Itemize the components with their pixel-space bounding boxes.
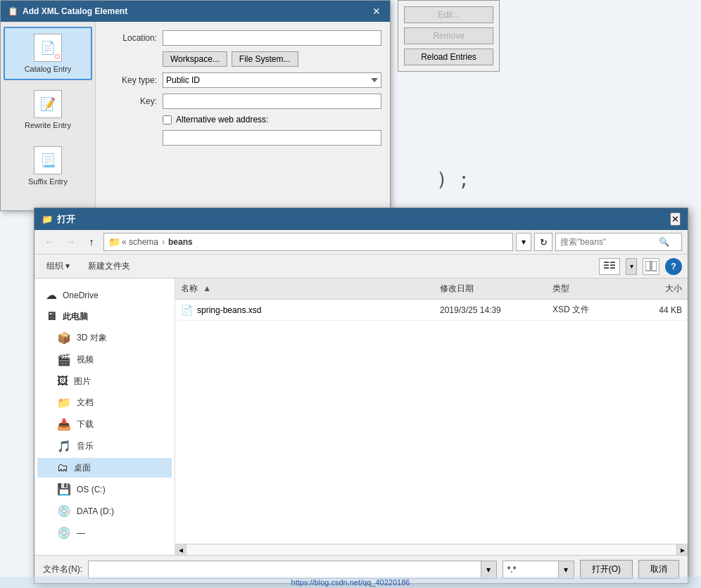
suffix-entry-label: Suffix Entry [28,177,68,186]
sort-arrow: ▲ [203,283,211,293]
file-rows: 📄 spring-beans.xsd 2019/3/25 14:39 XSD 文… [175,300,688,544]
col-name[interactable]: 名称 ▲ [175,281,434,296]
search-input[interactable] [560,237,659,247]
open-dialog-title-left: 📁 打开 [42,213,75,226]
nav-downloads[interactable]: 📥 下载 [37,414,172,435]
key-row: Key: [104,94,381,109]
nav-videos[interactable]: 🎬 视频 [37,350,172,370]
nav-music[interactable]: 🎵 音乐 [37,436,172,456]
path-beans: beans [168,237,193,247]
open-button[interactable]: 打开(O) [580,560,633,579]
osc-label: OS (C:) [77,485,106,494]
search-box: 🔍 [555,233,682,251]
back-button[interactable]: ← [40,233,58,251]
help-button[interactable]: ? [665,258,682,275]
filename-label: 文件名(N): [43,563,82,575]
preview-button[interactable] [643,258,659,275]
horizontal-scrollbar[interactable]: ◂ ▸ [175,544,688,555]
catalog-entry-icon: 📄 ⬡ [34,34,62,62]
videos-icon: 🎬 [57,353,71,366]
onedrive-icon: ☁ [46,288,57,302]
svg-rect-4 [610,264,615,266]
file-list: 名称 ▲ 修改日期 类型 大小 📄 spring-beans.xsd 2019/… [175,279,688,555]
workspace-button[interactable]: Workspace... [163,51,227,67]
view-details-button[interactable] [599,258,620,275]
alt-web-checkbox[interactable] [163,115,172,124]
file-name-text: spring-beans.xsd [197,305,261,315]
rewrite-entry-item[interactable]: 📝 Rewrite Entry [4,83,92,136]
reload-button[interactable]: Reload Entries [404,49,493,65]
keytype-select[interactable]: Public ID System ID URI [163,72,381,88]
filename-dropdown-btn[interactable]: ▾ [481,561,497,579]
nav-onedrive[interactable]: ☁ OneDrive [37,285,172,305]
up-button[interactable]: ↑ [82,233,101,251]
address-bar[interactable]: 📁 « schema › beans [103,233,513,251]
music-icon: 🎵 [57,440,71,453]
more-label: — [77,528,85,538]
catalog-entry-item[interactable]: 📄 ⬡ Catalog Entry [4,27,92,80]
col-size[interactable]: 大小 [631,281,688,296]
nav-datad[interactable]: 💿 DATA (D:) [37,501,172,521]
pictures-icon: 🖼 [57,375,68,388]
entry-type-panel: 📄 ⬡ Catalog Entry 📝 Rewrite Entry 📃 Suff… [1,22,96,210]
location-row: Location: [104,30,381,46]
alt-web-input[interactable] [163,130,381,146]
watermark: https://blog.csdn.net/qq_40220186 [0,577,701,588]
scroll-left-btn[interactable]: ◂ [175,544,187,555]
nav-thispc[interactable]: 🖥 此电脑 [37,307,172,326]
svg-rect-6 [645,261,650,271]
xml-dialog-close-button[interactable]: ✕ [370,5,383,18]
address-dropdown[interactable]: ▾ [516,233,531,251]
onedrive-label: OneDrive [63,290,99,300]
location-input[interactable] [163,30,381,46]
3dobjects-icon: 📦 [57,331,71,345]
key-label: Key: [104,96,157,106]
file-date-cell: 2019/3/25 14:39 [434,304,547,317]
key-input[interactable] [163,94,381,109]
search-icon[interactable]: 🔍 [659,237,669,247]
right-buttons-panel: Edit... Remove Reload Entries [398,0,500,72]
edit-button[interactable]: Edit... [404,6,493,23]
nav-documents[interactable]: 📁 文档 [37,392,172,413]
xml-dialog-icon: 📋 [8,6,18,16]
filename-input[interactable] [88,561,481,579]
open-dialog-close-button[interactable]: ✕ [670,212,681,226]
refresh-button[interactable]: ↻ [534,233,552,251]
folder-path-icon: 📁 [108,236,120,248]
view-arrow-button[interactable]: ▾ [626,258,637,275]
svg-rect-0 [604,262,609,263]
nav-desktop[interactable]: 🗂 桌面 [37,458,172,478]
view-details-icon [604,261,615,272]
file-list-header: 名称 ▲ 修改日期 类型 大小 [175,279,688,300]
keytype-label: Key type: [104,75,157,85]
filetype-dropdown-btn[interactable]: ▾ [559,561,574,579]
more-icon: 💿 [57,526,71,539]
documents-icon: 📁 [57,396,71,409]
filetype-input[interactable] [503,561,559,579]
xml-dialog-titlebar: 📋 Add XML Catalog Element ✕ [1,1,390,22]
forward-button[interactable]: → [61,233,80,251]
nav-pictures[interactable]: 🖼 图片 [37,371,172,391]
nav-osc[interactable]: 💾 OS (C:) [37,479,172,499]
cancel-button[interactable]: 取消 [638,560,679,579]
filesystem-button[interactable]: File System... [232,51,298,67]
file-row[interactable]: 📄 spring-beans.xsd 2019/3/25 14:39 XSD 文… [175,300,688,321]
folder-icon: 📁 [42,214,53,224]
main-content: ☁ OneDrive 🖥 此电脑 📦 3D 对象 🎬 视频 🖼 图片 📁 [34,279,688,555]
nav-3dobjects[interactable]: 📦 3D 对象 [37,328,172,348]
remove-button[interactable]: Remove [404,27,493,44]
suffix-entry-item[interactable]: 📃 Suffix Entry [4,139,92,193]
documents-label: 文档 [77,397,94,409]
location-label: Location: [104,33,157,43]
scroll-right-btn[interactable]: ▸ [676,544,688,555]
col-type[interactable]: 类型 [547,281,631,296]
new-folder-button[interactable]: 新建文件夹 [82,257,137,275]
datad-label: DATA (D:) [77,506,114,516]
rewrite-entry-icon: 📝 [34,90,62,118]
nav-more[interactable]: 💿 — [37,523,172,543]
organize-button[interactable]: 组织 ▾ [40,257,76,275]
videos-label: 视频 [77,354,94,366]
rewrite-entry-label: Rewrite Entry [25,121,71,129]
preview-icon [645,261,657,272]
col-date[interactable]: 修改日期 [434,281,547,296]
